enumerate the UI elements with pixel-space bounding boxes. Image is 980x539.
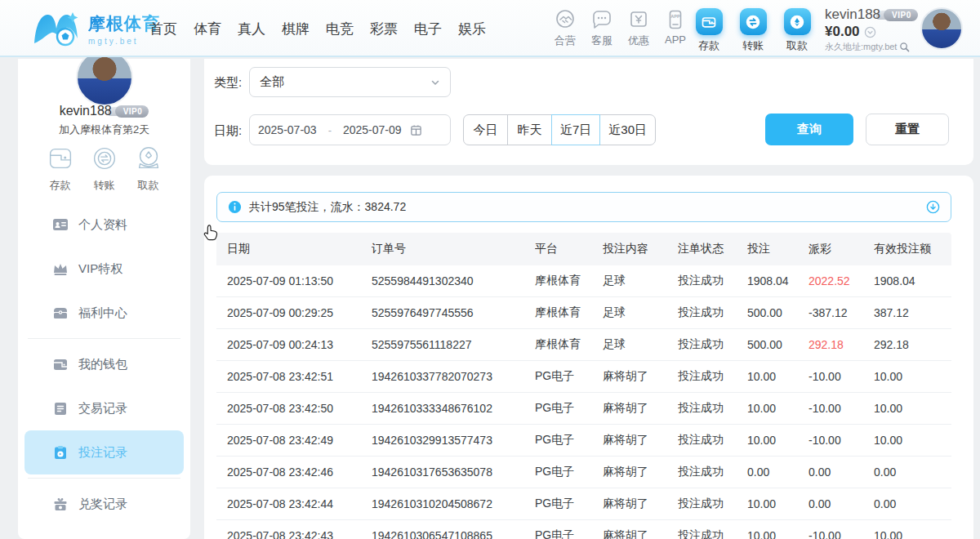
cell-bet: 0.00: [747, 466, 808, 479]
cell-bet: 500.00: [747, 338, 808, 351]
cell-date: 2025-07-08 23:42:50: [227, 402, 372, 415]
nav-entertainment[interactable]: 娱乐: [458, 20, 486, 38]
balance-refresh-icon[interactable]: [864, 26, 876, 38]
cell-bet: 10.00: [747, 402, 808, 415]
expand-circle-icon[interactable]: [926, 200, 940, 214]
cell-payout: 0.00: [808, 497, 874, 510]
cell-status: 投注成功: [678, 465, 747, 479]
query-button[interactable]: 查询: [765, 114, 853, 145]
cell-date: 2025-07-09 01:13:50: [227, 274, 372, 287]
cell-bet: 10.00: [747, 497, 808, 510]
sidebar-item-redeem[interactable]: 兑奖记录: [24, 482, 184, 526]
sidebar-withdraw-button[interactable]: 取款: [133, 143, 164, 193]
sidebar-item-transactions[interactable]: 交易记录: [24, 386, 184, 430]
cell-platform: PG电子: [535, 401, 603, 416]
sidebar-transfer-button[interactable]: 转账: [89, 143, 120, 193]
nav-slots[interactable]: 电子: [414, 20, 442, 38]
cell-status: 投注成功: [678, 305, 747, 320]
joined-days: 加入摩根体育第2天: [18, 122, 190, 137]
cell-status: 投注成功: [678, 337, 747, 352]
col-valid-bet: 有效投注额: [874, 242, 951, 256]
sidebar-item-vip[interactable]: VIP特权: [24, 247, 184, 291]
cell-platform: 摩根体育: [535, 337, 603, 352]
col-bet: 投注: [747, 242, 808, 256]
date-label: 日期:: [214, 123, 242, 139]
nav-live[interactable]: 真人: [238, 20, 265, 38]
range-30days-button[interactable]: 近30日: [599, 114, 656, 145]
cell-valid-bet: 292.18: [874, 338, 951, 351]
filter-panel: 类型: 全部 日期: 2025-07-03 - 2025-07-09 今日 昨天…: [204, 59, 973, 165]
quick-links: 合营 客服 优惠 APP APP: [550, 8, 690, 48]
sidebar-item-wallet[interactable]: 我的钱包: [24, 342, 184, 386]
sidebar-deposit-button[interactable]: 存款: [45, 143, 76, 193]
cell-payout: -387.12: [808, 306, 874, 319]
main-nav: 首页 体育 真人 棋牌 电竞 彩票 电子 娱乐: [149, 0, 486, 57]
cell-status: 投注成功: [678, 369, 747, 384]
bet-record-icon: [52, 444, 69, 461]
withdraw-icon: [784, 8, 811, 35]
app-link[interactable]: APP APP: [661, 8, 690, 48]
type-select[interactable]: 全部: [249, 67, 451, 97]
range-today-button[interactable]: 今日: [463, 114, 508, 145]
promo-link[interactable]: 优惠: [624, 8, 653, 48]
cell-order-no: 1942610337782070273: [372, 370, 535, 383]
table-row: 2025-07-08 23:42:49 1942610329913577473 …: [216, 425, 951, 457]
col-status: 注单状态: [678, 242, 747, 256]
user-avatar[interactable]: [920, 7, 963, 50]
deposit-label: 存款: [698, 38, 719, 53]
cell-status: 投注成功: [678, 433, 747, 448]
table-header: 日期 订单号 平台 投注内容 注单状态 投注 派彩 有效投注额: [216, 233, 951, 265]
coupon-icon: [627, 8, 650, 31]
sidebar-item-welfare[interactable]: 福利中心: [24, 291, 184, 335]
sidebar-item-bet-records[interactable]: 投注记录: [24, 430, 184, 474]
nav-esports[interactable]: 电竞: [326, 20, 354, 38]
info-icon: [228, 200, 242, 214]
cell-payout: 292.18: [808, 338, 874, 351]
cell-content: 麻将胡了: [603, 401, 678, 416]
site-logo[interactable]: 摩根体育 mgty.bet: [31, 7, 160, 50]
range-yesterday-button[interactable]: 昨天: [507, 114, 552, 145]
cell-order-no: 1942610333348676102: [372, 402, 535, 415]
support-link[interactable]: 客服: [587, 8, 617, 48]
cell-platform: 摩根体育: [535, 274, 603, 288]
sidebar-item-profile-label: 个人资料: [78, 217, 127, 233]
sidebar-transfer-label: 转账: [94, 178, 115, 193]
balance: ¥0.00: [825, 24, 860, 40]
cell-bet: 10.00: [747, 370, 808, 383]
logo-m-icon: [31, 7, 82, 50]
reset-button[interactable]: 重置: [866, 114, 949, 145]
transfer-button[interactable]: 转账: [737, 8, 769, 53]
cell-platform: PG电子: [535, 497, 603, 511]
cell-payout: -10.00: [808, 529, 874, 539]
cell-bet: 10.00: [747, 434, 808, 447]
cell-content: 麻将胡了: [603, 497, 678, 511]
cell-content: 麻将胡了: [603, 465, 678, 479]
top-navbar: 摩根体育 mgty.bet 首页 体育 真人 棋牌 电竞 彩票 电子 娱乐 合营…: [0, 0, 980, 57]
date-range-input[interactable]: 2025-07-03 - 2025-07-09: [249, 114, 451, 145]
sidebar-avatar[interactable]: [76, 49, 133, 106]
sidebar-username: kevin188: [60, 104, 112, 118]
treasure-box-icon: [52, 305, 69, 321]
cell-payout: 2022.52: [808, 274, 874, 287]
withdraw-label: 取款: [786, 38, 808, 53]
nav-sports[interactable]: 体育: [194, 20, 221, 38]
chevron-down-icon: [430, 78, 440, 87]
type-select-value: 全部: [260, 74, 430, 90]
sidebar-divider: [28, 478, 180, 479]
nav-home[interactable]: 首页: [149, 20, 177, 38]
magnifier-icon[interactable]: [899, 42, 910, 52]
cell-date: 2025-07-08 23:42:46: [227, 466, 372, 479]
affiliate-link[interactable]: 合营: [550, 8, 580, 48]
range-7days-button[interactable]: 近7日: [551, 114, 600, 145]
withdraw-button[interactable]: 取款: [781, 8, 813, 53]
cell-platform: 摩根体育: [535, 305, 603, 320]
sidebar-item-profile[interactable]: 个人资料: [24, 203, 184, 247]
nav-lottery[interactable]: 彩票: [370, 20, 398, 38]
type-label: 类型:: [214, 75, 242, 91]
deposit-button[interactable]: 存款: [693, 8, 725, 53]
nav-chess[interactable]: 棋牌: [282, 20, 310, 38]
sidebar-item-transactions-label: 交易记录: [78, 401, 127, 416]
user-block[interactable]: kevin188 VIP0 ¥0.00 永久地址:mgty.bet: [825, 7, 921, 53]
cell-order-no: 1942610310204508672: [372, 497, 535, 510]
cell-status: 投注成功: [678, 497, 747, 511]
